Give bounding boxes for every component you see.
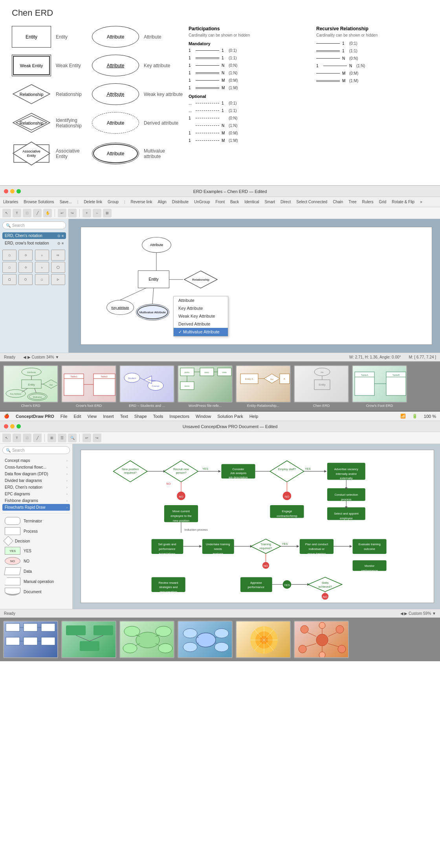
sidebar2-concept-maps[interactable]: Concept maps › <box>2 457 70 464</box>
tool2-search[interactable]: 🔍 <box>68 434 77 442</box>
toolbar-rulers[interactable]: Rulers <box>362 200 374 204</box>
thumb2-5[interactable] <box>236 621 291 658</box>
thumb-students[interactable]: Student Course ERD – Students and ... <box>119 365 174 408</box>
ctx-attribute[interactable]: Attribute <box>174 296 228 304</box>
sidebar-thumb-4[interactable]: ▭ <box>51 250 65 261</box>
sidebar-thumb-3[interactable]: ○ <box>35 250 49 261</box>
context-menu[interactable]: Attribute Key Attribute Weak Key Attribu… <box>173 296 228 337</box>
sidebar-thumb-5[interactable]: □ <box>2 262 16 273</box>
toolbar-more[interactable]: » <box>420 200 422 204</box>
diagram-relationship[interactable]: Relationship <box>183 270 218 289</box>
close-button-2[interactable] <box>4 424 8 428</box>
shape-row-decision[interactable]: Decision <box>2 536 70 546</box>
thumb-wordpress[interactable]: posts users meta terms WordPress file-re… <box>178 365 233 408</box>
diagram-multi-attr[interactable]: Multivalue Attribute <box>136 304 169 320</box>
diagram-entity[interactable]: Entity <box>138 270 169 288</box>
sidebar-thumb-10[interactable]: ⬡ <box>18 274 33 285</box>
thumb2-2[interactable] <box>61 621 116 658</box>
menu-shape[interactable]: Shape <box>134 414 147 419</box>
toolbar-smart[interactable]: Smart <box>264 200 275 204</box>
sidebar2-fishbone[interactable]: Fishbone diagrams › <box>2 497 70 504</box>
sidebar2-crossfunctional[interactable]: Cross-functional flowc... › <box>2 464 70 471</box>
diagram-key-attr[interactable]: Key attribute <box>106 300 134 315</box>
close-button[interactable] <box>4 189 8 193</box>
toolbar-group[interactable]: Group <box>108 200 119 204</box>
tool-zoom-in[interactable]: + <box>82 209 91 217</box>
shape-row-manual[interactable]: Manual operation <box>2 576 70 587</box>
tool-shape[interactable]: □ <box>23 209 31 217</box>
toolbar-distribute[interactable]: Distribute <box>172 200 189 204</box>
ctx-derived[interactable]: Derived Attribute <box>174 320 228 328</box>
tool-text[interactable]: T <box>13 209 21 217</box>
apple-menu[interactable]: 🍎 <box>4 414 9 419</box>
sidebar-thumb-8[interactable]: ◯ <box>51 262 65 273</box>
toolbar-identical[interactable]: Identical <box>244 200 259 204</box>
thumb-chen-erd2[interactable]: Entity Attr Chen ERD <box>294 365 349 408</box>
shape-row-data[interactable]: Data <box>2 566 70 576</box>
minimize-button-2[interactable] <box>10 424 15 428</box>
shape-row-document[interactable]: Document <box>2 587 70 597</box>
erd-search[interactable]: 🔍 Search <box>2 221 66 229</box>
thumb2-4[interactable] <box>178 621 233 658</box>
sidebar2-flowcharts-rapid[interactable]: Flowcharts Rapid Draw › <box>2 504 70 511</box>
thumb2-6[interactable] <box>294 621 349 658</box>
thumb-entity-rel[interactable]: Entity A Rel B Entity-Relationship... <box>236 365 291 408</box>
menu-inspectors[interactable]: Inspectors <box>169 414 189 419</box>
minimize-button[interactable] <box>10 189 15 193</box>
tool2-list[interactable]: ☰ <box>58 434 66 442</box>
toolbar-chain[interactable]: Chain <box>333 200 343 204</box>
menu-file[interactable]: File <box>60 414 68 419</box>
shape-row-no[interactable]: NO NO <box>2 556 70 566</box>
sidebar-thumb-2[interactable]: ◇ <box>18 250 33 261</box>
tool-undo[interactable]: ↩ <box>58 209 66 217</box>
ctx-key-attr[interactable]: Key Attribute <box>174 304 228 312</box>
toolbar-back[interactable]: Back <box>230 200 239 204</box>
toolbar-front[interactable]: Front <box>216 200 225 204</box>
sidebar2-epc[interactable]: EPC diagrams › <box>2 491 70 497</box>
toolbar-libraries[interactable]: Libraries <box>3 200 18 204</box>
shape-row-yes[interactable]: YES YES <box>2 546 70 556</box>
toolbar-delete-link[interactable]: Delete link <box>84 200 102 204</box>
tool-pan[interactable]: ✋ <box>43 209 52 217</box>
menu-solution-park[interactable]: Solution Park <box>217 414 243 419</box>
tool2-grid[interactable]: ⊞ <box>48 434 56 442</box>
menu-tools[interactable]: Tools <box>153 414 163 419</box>
sidebar2-dfd[interactable]: Data flow diagram (DFD) › <box>2 471 70 477</box>
toolbar-rotate-flip[interactable]: Rotate & Flip <box>392 200 414 204</box>
maximize-button-2[interactable] <box>16 424 21 428</box>
tool2-pointer[interactable]: ↖ <box>2 434 11 442</box>
toolbar-reverse-link[interactable]: Reverse link <box>130 200 152 204</box>
thumb-chen-erd[interactable]: Attribute Entity Rel Key Attribute Multi… <box>3 365 58 408</box>
shape-row-process[interactable]: Process <box>2 526 70 536</box>
sidebar-item-crow[interactable]: ERD, crow's foot notation ⊙ ≡ <box>2 240 66 246</box>
tool-redo[interactable]: ↪ <box>68 209 77 217</box>
diagram-attribute[interactable]: Attribute <box>142 237 171 253</box>
erd-canvas[interactable]: Attribute Entity Relationship Key attrib… <box>69 219 440 353</box>
ctx-multivalue[interactable]: ✓ Multivalue Attribute <box>174 328 228 336</box>
tool2-text[interactable]: T <box>13 434 21 442</box>
menu-insert[interactable]: Insert <box>103 414 114 419</box>
menu-help[interactable]: Help <box>249 414 258 419</box>
menu-text[interactable]: Text <box>120 414 128 419</box>
sidebar-thumb-11[interactable]: □ <box>35 274 49 285</box>
toolbar-align[interactable]: Align <box>158 200 167 204</box>
toolbar-ungroup[interactable]: UnGroup <box>194 200 210 204</box>
sidebar-thumb-6[interactable]: ◇ <box>18 262 33 273</box>
sidebar2-erd-chen[interactable]: ERD, Chen's notation › <box>2 484 70 491</box>
tool-zoom-out[interactable]: − <box>93 209 101 217</box>
conceptdraw-canvas[interactable]: New position required? Recruit new perso… <box>73 444 440 609</box>
menu-window[interactable]: Window <box>196 414 211 419</box>
toolbar-browse[interactable]: Browse Solutions <box>24 200 54 204</box>
toolbar-select-connected[interactable]: Select Connected <box>296 200 327 204</box>
tool2-redo[interactable]: ↪ <box>93 434 101 442</box>
tool2-undo[interactable]: ↩ <box>82 434 91 442</box>
thumb2-3[interactable] <box>119 621 174 658</box>
sidebar-item-chen[interactable]: ERD, Chen's notation ⊙ ≡ <box>2 232 66 239</box>
toolbar-grid[interactable]: Grid <box>379 200 386 204</box>
toolbar-save[interactable]: Save... <box>60 200 72 204</box>
thumb2-1[interactable] <box>3 621 58 658</box>
ctx-weak-key[interactable]: Weak Key Attribute <box>174 312 228 320</box>
menu-edit[interactable]: Edit <box>74 414 81 419</box>
cd-search[interactable]: 🔍 Search <box>2 446 70 454</box>
thumb-crow-foot[interactable]: TableA TableB Crow's Foot ERD <box>352 365 407 408</box>
